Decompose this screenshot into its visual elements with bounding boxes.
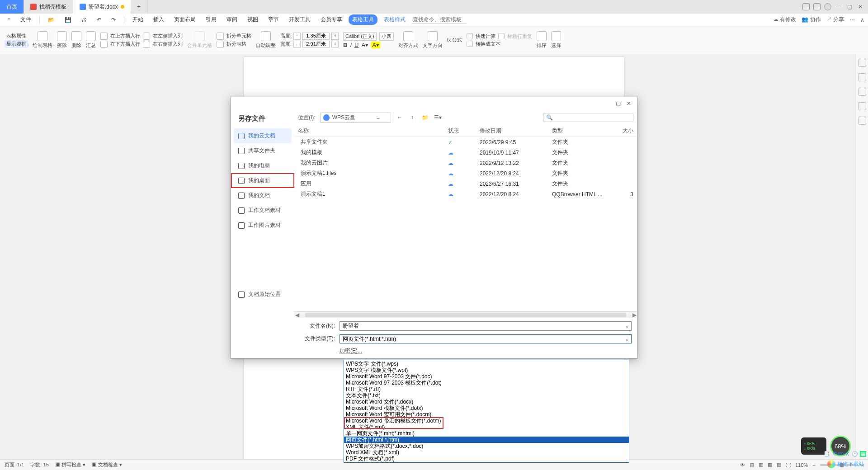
dialog-close-button[interactable]: ✕ [623, 100, 634, 107]
eraser-icon[interactable] [57, 31, 67, 41]
col-status[interactable]: 状态 [448, 127, 480, 135]
dropdown-option[interactable]: Microsoft Word 模板文件(*.dotx) [344, 405, 629, 411]
tab-templates[interactable]: 找稻壳模板 [24, 0, 73, 14]
dropdown-option[interactable]: Microsoft Word 文件(*.docx) [344, 399, 629, 405]
qat-print-icon[interactable]: 🖨 [78, 15, 90, 24]
filename-input[interactable] [343, 323, 628, 329]
draw-table-icon[interactable] [38, 31, 47, 41]
status-spellcheck[interactable]: ▣ 拼写检查 ▾ [55, 461, 85, 468]
ribbon-show-outline[interactable]: 显示虚框 [5, 40, 28, 48]
sidebar-item[interactable]: 工作图片素材 [231, 218, 294, 233]
highlight-button[interactable]: A▾ [371, 42, 380, 48]
col-size[interactable]: 大小 [611, 127, 633, 135]
rb-icon-4[interactable] [858, 102, 866, 110]
track-changes-button[interactable]: ☁ 有修改 [773, 16, 796, 24]
menu-insert[interactable]: 插入 [150, 14, 168, 25]
col-width-input[interactable] [302, 41, 330, 48]
filetype-input[interactable] [343, 336, 628, 342]
minimize-button[interactable]: — [834, 2, 844, 12]
zoom-out-button[interactable]: − [812, 462, 815, 468]
dropdown-option[interactable]: Microsoft Word 97-2003 文件(*.doc) [344, 373, 629, 380]
status-page[interactable]: 页面: 1/1 [5, 461, 24, 468]
file-row[interactable]: 我的云图片☁2022/9/12 13:22文件夹 [294, 158, 637, 168]
ime-tray[interactable]: 📑中WVX🕐▦ [823, 451, 866, 457]
rb-icon-2[interactable] [858, 73, 866, 81]
file-row[interactable]: 演示文稿1.files☁2022/12/20 8:24文件夹 [294, 168, 637, 179]
layout-icon[interactable] [801, 2, 811, 12]
nav-up-icon[interactable]: ↑ [408, 113, 416, 122]
rb-icon-3[interactable] [858, 88, 866, 96]
dropdown-option[interactable]: XML 文件(*.xml) [344, 424, 629, 430]
chevron-down-icon[interactable]: ⌄ [625, 336, 629, 342]
select-icon[interactable] [551, 31, 561, 41]
zoom-fit-icon[interactable]: ⛶ [786, 462, 791, 468]
file-row[interactable]: 应用☁2023/6/27 16:31文件夹 [294, 179, 637, 189]
status-doccheck[interactable]: ▣ 文档检查 ▾ [92, 461, 122, 468]
width-dec-button[interactable]: − [293, 41, 301, 48]
dropdown-option[interactable]: Microsoft Word 宏可用文件(*.docm) [344, 411, 629, 418]
qat-undo-icon[interactable]: ↶ [93, 15, 105, 24]
new-folder-icon[interactable]: 📁 [421, 113, 429, 122]
command-search-input[interactable] [412, 15, 466, 24]
tab-new[interactable]: + [131, 0, 147, 14]
ribbon-table-props[interactable]: 表格属性 [6, 33, 26, 39]
sidebar-item[interactable]: 共享文件夹 [231, 143, 294, 158]
height-dec-button[interactable]: − [293, 33, 301, 40]
width-inc-button[interactable]: + [331, 41, 339, 48]
cooperate-button[interactable]: 👥 协作 [802, 16, 821, 24]
dropdown-option[interactable]: 文本文件(*.txt) [344, 392, 629, 399]
italic-button[interactable]: I [350, 42, 352, 48]
insert-row-above-icon[interactable] [100, 33, 108, 40]
share-button[interactable]: ↗ 分享 [826, 16, 844, 24]
insert-col-left-icon[interactable] [143, 33, 150, 40]
underline-button[interactable]: U [354, 42, 359, 48]
dropdown-option[interactable]: PDF 文件格式(*.pdf) [344, 456, 629, 462]
delete-icon[interactable] [71, 31, 81, 41]
fontcolor-button[interactable]: A▾ [361, 42, 368, 48]
menu-devtools[interactable]: 开发工具 [285, 14, 314, 25]
col-type[interactable]: 类型 [552, 127, 611, 135]
height-inc-button[interactable]: + [331, 33, 339, 40]
nav-back-icon[interactable]: ← [396, 113, 404, 122]
menu-chapter[interactable]: 章节 [264, 14, 283, 25]
menu-view[interactable]: 视图 [244, 14, 262, 25]
rb-icon-5[interactable] [858, 117, 866, 125]
location-select[interactable]: WPS云盘 ⌄ [320, 113, 391, 123]
textdir-icon[interactable] [428, 31, 438, 41]
dropdown-option[interactable]: 单一网页文件(*.mht;*.mhtml) [344, 430, 629, 437]
dialog-search-input[interactable] [555, 114, 630, 121]
h-scrollbar[interactable]: ◀▶ [294, 311, 637, 318]
header-repeat-icon[interactable] [498, 33, 505, 39]
sidebar-item[interactable]: 文档原始位置 [231, 287, 294, 302]
file-row[interactable]: 我的模板☁2019/10/9 11:47文件夹 [294, 147, 637, 158]
dropdown-option[interactable]: WPS文字 文件(*.wps) [344, 361, 629, 367]
view-eye-icon[interactable]: 👁 [740, 462, 745, 468]
sidebar-item[interactable]: 我的云文档 [234, 128, 292, 143]
qat-redo-icon[interactable]: ↷ [108, 15, 119, 24]
chevron-down-icon[interactable]: ⌄ [625, 323, 629, 329]
dropdown-option[interactable]: WPS文字 模板文件(*.wpt) [344, 367, 629, 373]
summary-icon[interactable] [86, 31, 96, 41]
insert-row-below-icon[interactable] [100, 41, 108, 48]
view-read-icon[interactable]: ▧ [777, 462, 781, 468]
bold-button[interactable]: B [343, 42, 347, 48]
zoom-value[interactable]: 110% [795, 462, 808, 468]
formula-button[interactable]: fx 公式 [447, 37, 462, 43]
align-icon[interactable] [403, 31, 413, 41]
sidebar-item[interactable]: 工作文档素材 [231, 203, 294, 218]
merge-cells-icon[interactable] [195, 31, 205, 41]
row-height-input[interactable] [302, 33, 330, 40]
menu-tabletools[interactable]: 表格工具 [349, 14, 377, 25]
avatar-icon[interactable] [823, 2, 833, 12]
grid-icon[interactable] [812, 2, 822, 12]
view-web-icon[interactable]: ▦ [768, 462, 772, 468]
menu-vip[interactable]: 会员专享 [317, 14, 346, 25]
fontsize-select[interactable]: 小四 [379, 32, 394, 41]
col-name[interactable]: 名称 [298, 127, 448, 135]
menu-file[interactable]: 文件 [17, 14, 35, 25]
split-cells-icon[interactable] [217, 33, 224, 40]
dialog-max-button[interactable]: ▢ [613, 100, 623, 107]
dropdown-option[interactable]: RTF 文件(*.rtf) [344, 386, 629, 392]
menu-tablestyle[interactable]: 表格样式 [380, 14, 409, 25]
menu-layout[interactable]: 页面布局 [170, 14, 199, 25]
